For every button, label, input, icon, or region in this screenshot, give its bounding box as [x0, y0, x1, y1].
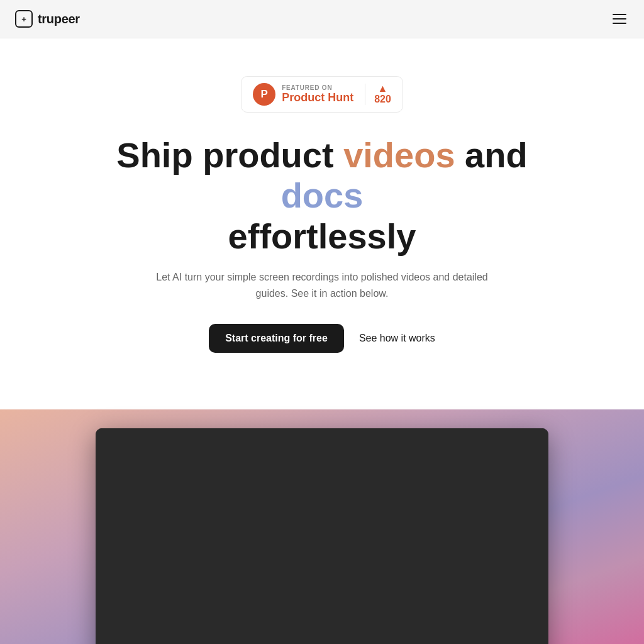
video-section: ▶ 0:00 🔊 ⛶ ⋮ Before✨After📄Docs	[0, 409, 644, 644]
hamburger-line-1	[613, 14, 626, 15]
logo[interactable]: + trupeer	[15, 10, 80, 28]
headline-part3: effortlessly	[228, 216, 416, 256]
product-hunt-text: FEATURED ON Product Hunt	[282, 84, 353, 104]
ph-vote-count: 820	[374, 94, 391, 105]
cta-row: Start creating for free See how it works	[209, 324, 435, 353]
hero-section: P FEATURED ON Product Hunt ▲ 820 Ship pr…	[0, 38, 644, 409]
video-screen	[96, 428, 548, 644]
logo-icon: +	[15, 10, 33, 28]
ph-featured-on-label: FEATURED ON	[282, 84, 332, 91]
header: + trupeer	[0, 0, 644, 38]
ph-arrow-icon: ▲	[378, 84, 388, 94]
headline-part2: and	[455, 135, 528, 175]
ph-votes-area: ▲ 820	[365, 84, 391, 105]
logo-text: trupeer	[38, 12, 80, 26]
hero-subheadline: Let AI turn your simple screen recording…	[146, 269, 498, 301]
headline-part1: Ship product	[116, 135, 343, 175]
product-hunt-logo: P	[253, 83, 275, 106]
headline-docs: docs	[281, 175, 364, 215]
hamburger-menu-button[interactable]	[610, 11, 629, 26]
hero-headline: Ship product videos and docs effortlessl…	[102, 135, 542, 257]
headline-videos: videos	[343, 135, 455, 175]
product-hunt-badge[interactable]: P FEATURED ON Product Hunt ▲ 820	[241, 76, 403, 113]
hamburger-line-2	[613, 18, 626, 19]
video-player[interactable]: ▶ 0:00 🔊 ⛶ ⋮	[96, 428, 548, 644]
ph-product-hunt-label: Product Hunt	[282, 91, 353, 104]
see-how-it-works-button[interactable]: See how it works	[359, 333, 435, 344]
hamburger-line-3	[613, 23, 626, 24]
start-creating-button[interactable]: Start creating for free	[209, 324, 344, 353]
